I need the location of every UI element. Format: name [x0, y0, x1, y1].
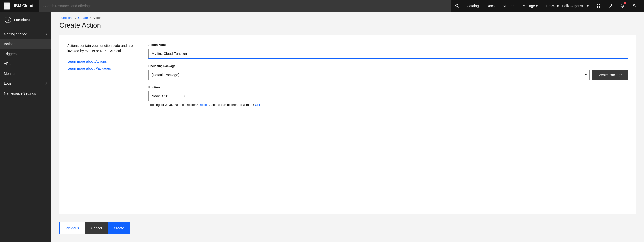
sidebar-item-triggers[interactable]: Triggers [0, 49, 52, 59]
previous-button[interactable]: Previous [59, 222, 85, 234]
sidebar-item-monitor[interactable]: Monitor [0, 69, 52, 78]
action-name-input[interactable] [148, 49, 628, 58]
breadcrumb-sep-1: / [75, 16, 76, 19]
enclosing-package-label: Enclosing Package [148, 64, 628, 68]
docker-link[interactable]: Docker [198, 103, 209, 107]
functions-logo-icon [4, 16, 12, 24]
menu-icon[interactable] [4, 2, 10, 10]
package-select-wrapper: (Default Package) ▾ [148, 70, 590, 80]
sidebar-item-logs[interactable]: Logs ↗ [0, 78, 52, 88]
cli-link[interactable]: CLI [255, 103, 260, 107]
package-select[interactable]: (Default Package) [148, 70, 590, 80]
sidebar-brand-name: Functions [14, 18, 30, 22]
sidebar-item-namespace-settings[interactable]: Namespace Settings [0, 88, 52, 98]
breadcrumb: Functions / Create / Action [52, 12, 644, 21]
runtime-select-wrapper: Node.js 10 Node.js 12 Python 3 Python 2 … [148, 91, 188, 101]
form-panel: Action Name Enclosing Package (Default P… [148, 43, 628, 207]
description-text: Actions contain your function code and a… [67, 43, 136, 54]
account-chevron-icon: ▾ [587, 4, 588, 8]
svg-point-9 [633, 4, 635, 6]
sidebar: Functions Getting Started ▾ Actions Trig… [0, 12, 52, 242]
learn-more-packages-link[interactable]: Learn more about Packages [67, 66, 136, 70]
breadcrumb-sep-2: / [90, 16, 91, 19]
manage-chevron-icon: ▾ [536, 4, 538, 8]
sidebar-item-label: Logs [4, 81, 12, 85]
runtime-label: Runtime [148, 86, 628, 89]
runtime-select[interactable]: Node.js 10 Node.js 12 Python 3 Python 2 … [148, 91, 188, 101]
sidebar-item-label: Monitor [4, 72, 16, 76]
catalog-button[interactable]: Catalog [463, 0, 483, 12]
learn-more-actions-link[interactable]: Learn more about Actions [67, 59, 136, 63]
external-link-icon: ↗ [44, 81, 48, 85]
sidebar-nav: Getting Started ▾ Actions Triggers APIs … [0, 28, 52, 98]
svg-rect-8 [599, 6, 600, 8]
breadcrumb-functions-link[interactable]: Functions [59, 16, 73, 19]
enclosing-package-row: (Default Package) ▾ Create Package [148, 70, 628, 80]
top-navigation: IBM Cloud Catalog Docs Support Manage ▾ … [0, 0, 644, 12]
notifications-icon-btn[interactable] [616, 0, 628, 12]
support-button[interactable]: Support [498, 0, 518, 12]
svg-point-3 [455, 4, 458, 7]
docs-button[interactable]: Docs [483, 0, 498, 12]
sidebar-logo-area: Functions [0, 12, 52, 28]
top-nav-actions: Catalog Docs Support Manage ▾ 1987916 - … [451, 0, 640, 12]
content-area: Functions / Create / Action Create Actio… [52, 12, 644, 242]
create-button[interactable]: Create [108, 222, 130, 234]
sidebar-item-label: Actions [4, 42, 15, 46]
cancel-button[interactable]: Cancel [85, 222, 108, 234]
search-icon-btn[interactable] [451, 0, 463, 12]
runtime-group: Runtime Node.js 10 Node.js 12 Python 3 P… [148, 86, 628, 107]
create-package-button[interactable]: Create Package [592, 70, 628, 80]
page-title: Create Action [59, 21, 636, 29]
svg-rect-7 [596, 6, 598, 8]
sidebar-item-label: APIs [4, 62, 12, 66]
notification-badge-dot [624, 2, 626, 4]
chevron-down-icon: ▾ [46, 32, 48, 36]
svg-rect-6 [599, 4, 600, 5]
sidebar-item-label: Triggers [4, 52, 16, 56]
runtime-note: Looking for Java, .NET or Docker? Docker… [148, 103, 628, 107]
user-icon-btn[interactable] [628, 0, 640, 12]
description-panel: Actions contain your function code and a… [67, 43, 136, 207]
sidebar-item-label: Namespace Settings [4, 91, 36, 95]
svg-line-4 [458, 7, 459, 8]
svg-rect-2 [4, 7, 10, 7]
svg-rect-1 [4, 5, 10, 6]
breadcrumb-current: Action [93, 16, 102, 19]
sidebar-item-getting-started[interactable]: Getting Started ▾ [0, 29, 52, 39]
footer-buttons: Previous Cancel Create [52, 214, 644, 242]
sidebar-item-apis[interactable]: APIs [0, 59, 52, 69]
account-button[interactable]: 1987916 - Felix Augenst... ▾ [542, 0, 592, 12]
manage-button[interactable]: Manage ▾ [518, 0, 542, 12]
svg-rect-0 [4, 4, 10, 4]
brand-name: IBM Cloud [14, 4, 34, 8]
breadcrumb-create-link[interactable]: Create [78, 16, 88, 19]
sidebar-item-actions[interactable]: Actions [0, 39, 52, 49]
global-search-input[interactable] [39, 0, 451, 12]
edit-icon-btn[interactable] [604, 0, 616, 12]
sidebar-item-label: Getting Started [4, 32, 27, 36]
page-header: Create Action [52, 21, 644, 35]
action-name-label: Action Name [148, 43, 628, 47]
action-name-group: Action Name [148, 43, 628, 58]
enclosing-package-group: Enclosing Package (Default Package) ▾ Cr… [148, 64, 628, 80]
grid-icon-btn[interactable] [592, 0, 604, 12]
svg-rect-5 [596, 4, 598, 5]
page-body: Actions contain your function code and a… [59, 35, 636, 214]
